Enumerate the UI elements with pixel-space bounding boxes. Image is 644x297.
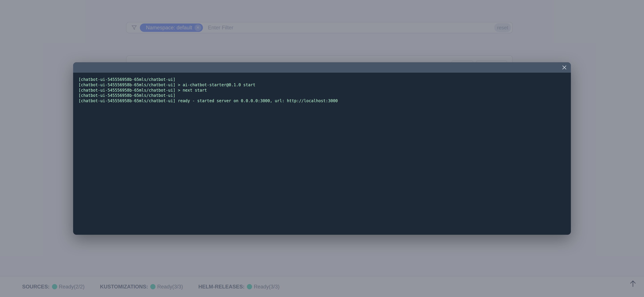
log-line: [chatbot-ui-545556958b-65mls/chatbot-ui]…	[78, 82, 566, 88]
log-line: [chatbot-ui-545556958b-65mls/chatbot-ui]	[78, 93, 566, 98]
log-terminal[interactable]: [chatbot-ui-545556958b-65mls/chatbot-ui]…	[73, 73, 571, 108]
modal-header	[73, 62, 571, 73]
log-line: [chatbot-ui-545556958b-65mls/chatbot-ui]…	[78, 88, 566, 93]
log-line: [chatbot-ui-545556958b-65mls/chatbot-ui]…	[78, 98, 566, 104]
log-line: [chatbot-ui-545556958b-65mls/chatbot-ui]	[78, 77, 566, 82]
modal-close-button[interactable]	[560, 63, 568, 72]
close-x-icon	[562, 65, 567, 70]
pod-logs-modal: [chatbot-ui-545556958b-65mls/chatbot-ui]…	[73, 62, 571, 235]
app-root: Namespace: default ✕ Enter Filter reset …	[0, 0, 644, 297]
